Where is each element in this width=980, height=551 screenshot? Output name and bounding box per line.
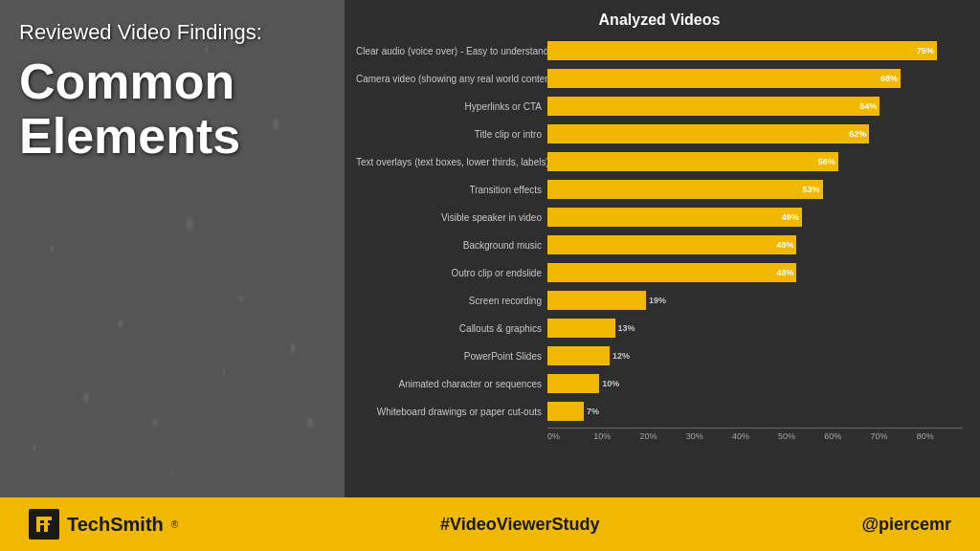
bar-row: Background music48% [356,232,963,257]
bar-value: 56% [815,157,838,166]
logo-text: TechSmith [67,514,164,536]
x-tick: 70% [871,431,917,441]
bar-label: PowerPoint Slides [356,351,547,362]
bar-row: Callouts & graphics13% [356,316,963,341]
bar-value: 64% [857,101,880,111]
bar-fill: 48% [547,235,796,254]
bar-label: Title clip or intro [356,129,547,140]
bar-fill: 53% [547,180,823,199]
bar-row: Transition effects53% [356,177,963,202]
bar-fill: 48% [547,263,796,282]
bar-container: 12% [547,346,963,365]
bar-fill [547,319,615,338]
bar-container: 10% [547,374,963,393]
bar-value-outside: 13% [615,323,635,333]
bar-value: 48% [773,240,796,250]
main-content: Reviewed Video Findings: Common Elements… [0,0,980,497]
bar-fill: 64% [547,97,880,116]
subtitle-text: Reviewed Video Findings: [19,19,335,47]
x-tick: 60% [824,431,870,441]
x-tick: 20% [639,431,685,441]
bar-row: Animated character or sequences10% [356,371,963,396]
bar-row: Visible speaker in video49% [356,205,963,230]
bar-label: Callouts & graphics [356,323,547,334]
bar-container: 48% [547,263,963,282]
x-tick: 80% [917,431,963,441]
bar-label: Animated character or sequences [356,379,547,389]
bar-row: Title clip or intro62% [356,121,963,146]
bar-value: 75% [914,46,937,55]
bar-container: 53% [547,180,963,199]
x-tick: 30% [686,431,732,441]
bar-fill: 56% [547,152,838,171]
bar-container: 49% [547,208,963,227]
x-tick: 50% [778,431,824,441]
main-title: Common Elements [19,55,335,164]
bar-container: 62% [547,124,963,143]
bar-row: Clear audio (voice over) - Easy to under… [356,38,963,63]
left-panel: Reviewed Video Findings: Common Elements [0,0,345,497]
bar-label: Transition effects [356,185,547,195]
footer: TechSmith ® #VideoViewerStudy @piercemr [0,497,980,551]
bar-container: 7% [547,402,963,421]
chart-area: Clear audio (voice over) - Easy to under… [356,38,963,424]
techsmith-logo-icon [29,509,59,540]
bar-container: 19% [547,291,963,310]
x-tick: 10% [593,431,639,441]
bar-fill [547,374,599,393]
x-axis: 0%10%20%30%40%50%60%70%80% [547,428,963,441]
bar-value: 48% [773,268,796,277]
bar-container: 64% [547,97,963,116]
bar-row: Screen recording19% [356,288,963,313]
bar-value: 62% [846,129,869,139]
bar-label: Camera video (showing any real world con… [356,74,547,84]
chart-panel: Analyzed Videos Clear audio (voice over)… [345,0,980,497]
bar-value: 68% [878,74,901,83]
chart-title: Analyzed Videos [356,11,963,29]
bar-value-outside: 19% [646,296,666,305]
logo-registered: ® [171,519,178,530]
bar-row: Whiteboard drawings or paper cut-outs7% [356,399,963,424]
bar-container: 13% [547,319,963,338]
bar-fill [547,402,584,421]
bar-row: Hyperlinks or CTA64% [356,94,963,119]
bar-value: 53% [800,185,823,194]
bar-container: 68% [547,69,963,88]
bar-row: Camera video (showing any real world con… [356,66,963,91]
bar-value-outside: 7% [584,407,599,416]
bar-value-outside: 10% [599,379,619,388]
x-tick: 40% [732,431,778,441]
bar-label: Screen recording [356,296,547,306]
bar-fill: 68% [547,69,901,88]
bar-label: Text overlays (text boxes, lower thirds,… [356,157,547,167]
left-text: Reviewed Video Findings: Common Elements [19,19,335,164]
footer-handle: @piercemr [861,515,951,535]
bar-row: Outro clip or endslide48% [356,260,963,285]
footer-hashtag: #VideoViewerStudy [440,515,599,535]
bar-label: Whiteboard drawings or paper cut-outs [356,407,547,417]
bar-container: 56% [547,152,963,171]
footer-logo: TechSmith ® [29,509,178,540]
bar-value: 49% [779,212,802,222]
bar-label: Outro clip or endslide [356,268,547,278]
bar-label: Background music [356,240,547,251]
bar-label: Clear audio (voice over) - Easy to under… [356,46,547,56]
bar-fill: 75% [547,41,937,60]
app: Reviewed Video Findings: Common Elements… [0,0,980,551]
bar-container: 48% [547,235,963,254]
bar-container: 75% [547,41,963,60]
bar-label: Visible speaker in video [356,212,547,223]
bar-row: Text overlays (text boxes, lower thirds,… [356,149,963,174]
bar-fill: 62% [547,124,869,143]
bar-value-outside: 12% [610,351,630,361]
bar-fill: 49% [547,208,802,227]
bar-row: PowerPoint Slides12% [356,343,963,368]
bar-fill [547,346,610,365]
bar-label: Hyperlinks or CTA [356,101,547,112]
x-tick: 0% [547,431,593,441]
bar-fill [547,291,646,310]
